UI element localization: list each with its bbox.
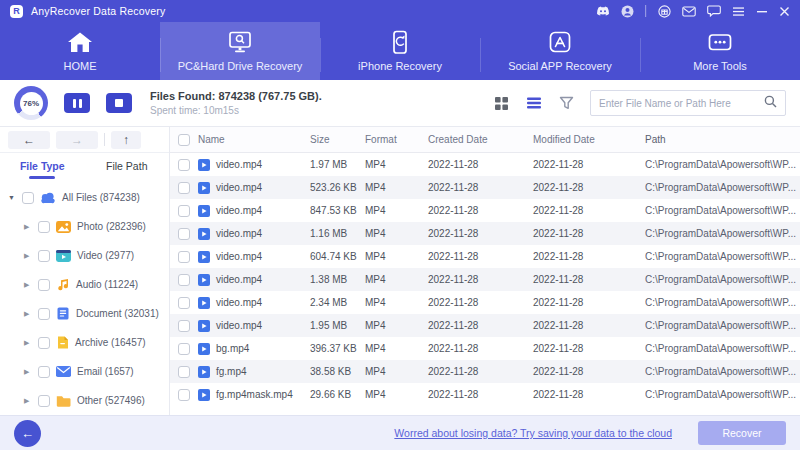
video-file-icon [198,297,210,309]
file-modified-date: 2022-11-28 [533,366,645,377]
file-created-date: 2022-11-28 [428,182,533,193]
home-icon [65,30,95,55]
tree-item-other[interactable]: ▶Other (527496) [0,386,169,415]
table-row[interactable]: bg.mp4396.37 KBMP42022-11-282022-11-28C:… [170,337,800,360]
nav-tab-iphone-recovery[interactable]: iPhone Recovery [320,22,480,80]
pause-button[interactable] [64,93,90,113]
caret-right-icon[interactable]: ▶ [24,368,32,376]
row-checkbox[interactable] [178,159,190,171]
forward-arrow-button[interactable]: → [56,131,98,149]
file-size: 1.38 MB [310,274,365,285]
search-input[interactable] [599,98,764,109]
caret-right-icon[interactable]: ▶ [24,339,32,347]
table-row[interactable]: video.mp42.34 MBMP42022-11-282022-11-28C… [170,291,800,314]
tree-item-archive[interactable]: ▶Archive (16457) [0,328,169,357]
caret-right-icon[interactable]: ▶ [24,223,32,231]
minimize-icon[interactable] [756,6,768,17]
video-file-icon [198,389,210,401]
tree-item-video[interactable]: ▶Video (2977) [0,241,169,270]
row-checkbox[interactable] [178,251,190,263]
header-modified-date: Modified Date [533,134,645,145]
file-name: video.mp4 [216,159,262,170]
more-tools-icon [705,30,735,55]
table-row[interactable]: fg.mp438.58 KBMP42022-11-282022-11-28C:\… [170,360,800,383]
nav-tab-social-app-recovery[interactable]: Social APP Recovery [480,22,640,80]
tree-item-all-files[interactable]: ▼All Files (874238) [0,183,169,212]
table-row[interactable]: video.mp4523.26 KBMP42022-11-282022-11-2… [170,176,800,199]
tree-item-label: Video (2977) [77,250,134,261]
account-icon[interactable] [621,5,634,18]
tree-item-email[interactable]: ▶Email (1657) [0,357,169,386]
caret-down-icon[interactable]: ▼ [8,194,16,201]
row-checkbox[interactable] [178,228,190,240]
checkbox[interactable] [38,308,50,320]
email-icon [56,366,71,377]
row-checkbox[interactable] [178,389,190,401]
table-row[interactable]: video.mp4847.53 KBMP42022-11-282022-11-2… [170,199,800,222]
scan-status-bar: 76% Files Found: 874238 (767.75 GB). Spe… [0,80,800,127]
gift-icon[interactable] [658,5,671,18]
up-arrow-button[interactable]: ↑ [111,131,141,149]
file-format: MP4 [365,251,428,262]
file-size: 604.74 KB [310,251,365,262]
table-row[interactable]: video.mp41.95 MBMP42022-11-282022-11-28C… [170,314,800,337]
file-name: video.mp4 [216,320,262,331]
files-found-text: Files Found: 874238 (767.75 GB). [150,90,322,102]
row-checkbox[interactable] [178,366,190,378]
checkbox[interactable] [38,366,50,378]
back-arrow-button[interactable]: ← [8,131,50,149]
nav-tab-label: HOME [64,60,97,72]
grid-view-icon[interactable] [494,96,509,111]
discord-icon[interactable] [596,6,610,17]
tree-item-photo[interactable]: ▶Photo (282396) [0,212,169,241]
nav-tab-home[interactable]: HOME [0,22,160,80]
file-created-date: 2022-11-28 [428,320,533,331]
filter-icon[interactable] [559,96,574,110]
checkbox[interactable] [22,192,34,204]
list-view-icon[interactable] [526,96,542,110]
chat-icon[interactable] [707,5,721,17]
checkbox[interactable] [38,395,50,407]
close-icon[interactable] [779,6,790,17]
row-checkbox[interactable] [178,343,190,355]
cloud-save-link[interactable]: Worred about losing data? Try saving you… [394,427,672,439]
file-size: 1.97 MB [310,159,365,170]
footer-back-button[interactable]: ← [14,420,41,447]
mail-icon[interactable] [682,6,696,17]
select-all-checkbox[interactable] [178,134,190,146]
checkbox[interactable] [38,337,50,349]
file-created-date: 2022-11-28 [428,205,533,216]
checkbox[interactable] [38,221,50,233]
table-row[interactable]: video.mp41.38 MBMP42022-11-282022-11-28C… [170,268,800,291]
row-checkbox[interactable] [178,205,190,217]
caret-right-icon[interactable]: ▶ [24,310,32,318]
stop-button[interactable] [106,93,132,113]
menu-icon[interactable] [732,6,745,17]
header-size: Size [310,134,365,145]
file-created-date: 2022-11-28 [428,389,533,400]
nav-tab-pc-hard-drive-recovery[interactable]: PC&Hard Drive Recovery [160,22,320,80]
row-checkbox[interactable] [178,297,190,309]
table-row[interactable]: video.mp41.16 MBMP42022-11-282022-11-28C… [170,222,800,245]
caret-right-icon[interactable]: ▶ [24,252,32,260]
tree-item-document[interactable]: ▶Document (32031) [0,299,169,328]
tab-file-type[interactable]: File Type [0,153,85,179]
tree-item-audio[interactable]: ▶Audio (11224) [0,270,169,299]
row-checkbox[interactable] [178,274,190,286]
search-icon[interactable] [764,94,777,112]
checkbox[interactable] [38,279,50,291]
video-file-icon [198,320,210,332]
row-checkbox[interactable] [178,182,190,194]
tab-file-path[interactable]: File Path [85,153,170,179]
row-checkbox[interactable] [178,320,190,332]
table-row[interactable]: fg.mp4mask.mp429.66 KBMP42022-11-282022-… [170,383,800,406]
table-row[interactable]: video.mp41.97 MBMP42022-11-282022-11-28C… [170,153,800,176]
file-size: 847.53 KB [310,205,365,216]
caret-right-icon[interactable]: ▶ [24,397,32,405]
checkbox[interactable] [38,250,50,262]
table-row[interactable]: video.mp4604.74 KBMP42022-11-282022-11-2… [170,245,800,268]
nav-tab-more-tools[interactable]: More Tools [640,22,800,80]
caret-right-icon[interactable]: ▶ [24,281,32,289]
recover-button[interactable]: Recover [698,421,786,445]
tree-item-label: Photo (282396) [77,221,146,232]
